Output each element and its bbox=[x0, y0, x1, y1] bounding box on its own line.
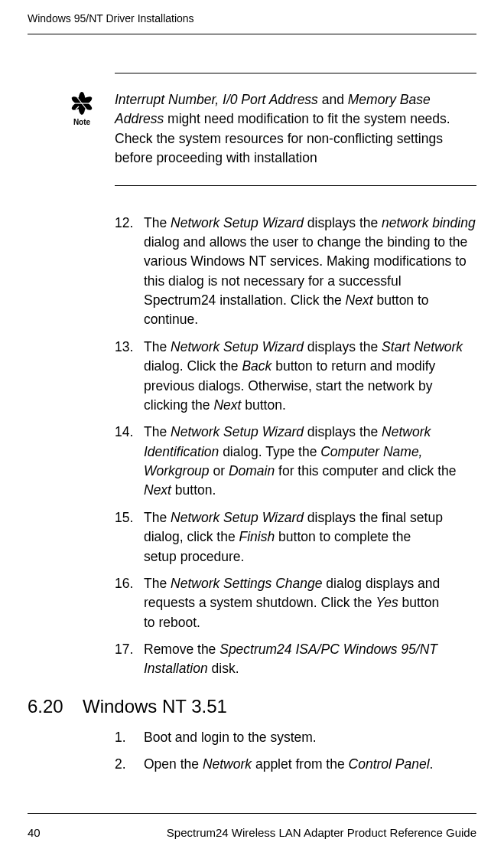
ordered-list-new: 1.Boot and login to the system.2.Open th… bbox=[115, 728, 476, 775]
text-seg: The bbox=[144, 424, 171, 439]
text-seg: applet from the bbox=[252, 756, 348, 772]
text-seg: Domain bbox=[229, 463, 275, 478]
list-item: 15.The Network Setup Wizard displays the… bbox=[115, 508, 476, 567]
text-seg: displays the bbox=[304, 215, 382, 230]
text-seg: Start Network bbox=[382, 339, 463, 354]
text-seg: dialog. Type the bbox=[219, 444, 320, 459]
section-heading: 6.20 Windows NT 3.51 bbox=[28, 696, 476, 717]
text-seg: for this computer and click the bbox=[275, 463, 456, 478]
section-number: 6.20 bbox=[28, 696, 83, 717]
list-item-number: 12. bbox=[115, 214, 144, 330]
list-item-number: 2. bbox=[115, 755, 144, 774]
running-header: Windows 95/NT Driver Installations bbox=[28, 12, 476, 34]
list-item: 1.Boot and login to the system. bbox=[115, 728, 476, 747]
text-seg: Open the bbox=[144, 756, 203, 772]
text-seg: Network Setup Wizard bbox=[171, 215, 304, 230]
text-seg: button. bbox=[171, 482, 216, 498]
text-seg: The bbox=[144, 339, 171, 354]
text-seg: dialog. Click the bbox=[144, 358, 242, 374]
page-number: 40 bbox=[28, 826, 41, 839]
text-seg: Control Panel bbox=[349, 756, 430, 772]
text-seg: Back bbox=[242, 358, 272, 374]
text-seg: Remove the bbox=[144, 642, 219, 657]
list-item: 16.The Network Settings Change dialog di… bbox=[115, 574, 476, 632]
list-item-number: 17. bbox=[115, 640, 144, 679]
list-item-body: The Network Setup Wizard displays the fi… bbox=[144, 508, 476, 567]
note-text-seg: might need modification to fit the syste… bbox=[115, 111, 450, 165]
note-rule-top bbox=[115, 73, 476, 73]
list-item-body: Remove the Spectrum24 ISA/PC Windows 95/… bbox=[144, 640, 476, 679]
list-item-body: The Network Setup Wizard displays the St… bbox=[144, 338, 476, 416]
text-seg: Network Setup Wizard bbox=[171, 424, 304, 439]
list-item: 14.The Network Setup Wizard displays the… bbox=[115, 423, 476, 501]
text-seg: The bbox=[144, 215, 171, 230]
list-item-body: The Network Setup Wizard displays the ne… bbox=[144, 214, 476, 330]
text-seg: Network Setup Wizard bbox=[171, 510, 304, 525]
section-title: Windows NT 3.51 bbox=[83, 696, 227, 717]
list-item-body: Boot and login to the system. bbox=[144, 728, 476, 747]
list-item-body: The Network Settings Change dialog displ… bbox=[144, 574, 476, 632]
list-item: 13.The Network Setup Wizard displays the… bbox=[115, 338, 476, 416]
footer-title: Spectrum24 Wireless LAN Adapter Product … bbox=[167, 826, 476, 839]
list-item-number: 1. bbox=[115, 728, 144, 747]
asterisk-note-icon bbox=[67, 90, 97, 118]
text-seg: Network Settings Change bbox=[171, 576, 322, 591]
text-seg: Finish bbox=[239, 529, 275, 544]
ordered-list-continued: 12.The Network Setup Wizard displays the… bbox=[115, 214, 476, 679]
text-seg: . bbox=[430, 756, 434, 772]
text-seg: displays the bbox=[304, 339, 382, 354]
note-rule-bottom bbox=[115, 185, 476, 186]
list-item-number: 13. bbox=[115, 338, 144, 416]
list-item: 12.The Network Setup Wizard displays the… bbox=[115, 214, 476, 330]
list-item-body: Open the Network applet from the Control… bbox=[144, 755, 476, 774]
text-seg: disk. bbox=[208, 661, 239, 676]
list-item-body: The Network Setup Wizard displays the Ne… bbox=[144, 423, 476, 501]
list-item-number: 16. bbox=[115, 574, 144, 632]
text-seg: Network bbox=[203, 756, 252, 772]
text-seg: The bbox=[144, 510, 171, 525]
note-text-seg: Interrupt Number, I/0 Port Address bbox=[115, 92, 318, 107]
text-seg: button. bbox=[241, 397, 285, 413]
text-seg: Next bbox=[144, 482, 171, 498]
text-seg: Yes bbox=[376, 595, 398, 610]
footer-rule bbox=[28, 813, 476, 814]
text-seg: Next bbox=[213, 397, 241, 413]
list-item-number: 14. bbox=[115, 423, 144, 501]
text-seg: or bbox=[210, 463, 229, 478]
text-seg: Boot and login to the system. bbox=[144, 730, 317, 745]
page-footer: 40 Spectrum24 Wireless LAN Adapter Produ… bbox=[28, 813, 476, 839]
note-block: Note Interrupt Number, I/0 Port Address … bbox=[28, 73, 476, 186]
text-seg: Network Setup Wizard bbox=[171, 339, 304, 354]
list-item: 2.Open the Network applet from the Contr… bbox=[115, 755, 476, 774]
text-seg: The bbox=[144, 576, 171, 591]
text-seg: network binding bbox=[382, 215, 476, 230]
note-text-seg: and bbox=[318, 92, 348, 107]
text-seg: displays the bbox=[304, 424, 382, 439]
note-icon-label: Note bbox=[73, 118, 90, 126]
header-rule bbox=[28, 34, 476, 34]
list-item-number: 15. bbox=[115, 508, 144, 567]
list-item: 17.Remove the Spectrum24 ISA/PC Windows … bbox=[115, 640, 476, 679]
text-seg: Next bbox=[346, 292, 373, 308]
note-text: Interrupt Number, I/0 Port Address and M… bbox=[115, 90, 476, 168]
